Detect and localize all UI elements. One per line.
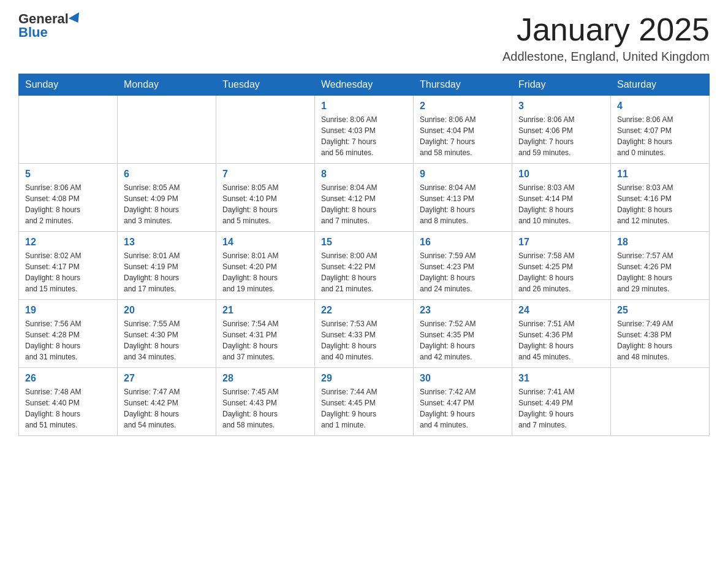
day-number: 25 bbox=[617, 305, 703, 316]
day-info: Sunrise: 8:03 AM Sunset: 4:14 PM Dayligh… bbox=[518, 182, 604, 226]
day-of-week-header: Sunday bbox=[19, 74, 118, 96]
calendar-week-row: 26Sunrise: 7:48 AM Sunset: 4:40 PM Dayli… bbox=[19, 368, 710, 436]
day-info: Sunrise: 7:44 AM Sunset: 4:45 PM Dayligh… bbox=[321, 386, 407, 431]
calendar-cell: 10Sunrise: 8:03 AM Sunset: 4:14 PM Dayli… bbox=[512, 164, 611, 232]
day-number: 19 bbox=[25, 305, 111, 316]
day-number: 7 bbox=[222, 169, 308, 180]
calendar-cell: 25Sunrise: 7:49 AM Sunset: 4:38 PM Dayli… bbox=[611, 300, 710, 368]
day-number: 6 bbox=[124, 169, 210, 180]
day-number: 18 bbox=[617, 237, 703, 248]
location-text: Addlestone, England, United Kingdom bbox=[502, 50, 710, 64]
day-info: Sunrise: 7:41 AM Sunset: 4:49 PM Dayligh… bbox=[518, 386, 604, 431]
calendar-cell: 4Sunrise: 8:06 AM Sunset: 4:07 PM Daylig… bbox=[611, 96, 710, 164]
calendar-cell: 29Sunrise: 7:44 AM Sunset: 4:45 PM Dayli… bbox=[315, 368, 414, 436]
calendar-cell bbox=[216, 96, 315, 164]
day-number: 23 bbox=[420, 305, 506, 316]
calendar-cell: 24Sunrise: 7:51 AM Sunset: 4:36 PM Dayli… bbox=[512, 300, 611, 368]
calendar-cell: 7Sunrise: 8:05 AM Sunset: 4:10 PM Daylig… bbox=[216, 164, 315, 232]
day-number: 30 bbox=[420, 373, 506, 384]
calendar-cell: 20Sunrise: 7:55 AM Sunset: 4:30 PM Dayli… bbox=[118, 300, 216, 368]
calendar-cell: 30Sunrise: 7:42 AM Sunset: 4:47 PM Dayli… bbox=[414, 368, 512, 436]
day-info: Sunrise: 8:04 AM Sunset: 4:13 PM Dayligh… bbox=[420, 182, 506, 226]
day-info: Sunrise: 7:51 AM Sunset: 4:36 PM Dayligh… bbox=[518, 318, 604, 362]
day-info: Sunrise: 8:05 AM Sunset: 4:09 PM Dayligh… bbox=[124, 182, 210, 226]
day-number: 16 bbox=[420, 237, 506, 248]
calendar-week-row: 12Sunrise: 8:02 AM Sunset: 4:17 PM Dayli… bbox=[19, 232, 710, 300]
day-info: Sunrise: 7:47 AM Sunset: 4:42 PM Dayligh… bbox=[124, 386, 210, 431]
title-block: January 2025 Addlestone, England, United… bbox=[502, 12, 710, 64]
day-info: Sunrise: 7:49 AM Sunset: 4:38 PM Dayligh… bbox=[617, 318, 703, 362]
logo-triangle-icon bbox=[69, 12, 83, 26]
day-number: 31 bbox=[518, 373, 604, 384]
calendar-cell: 26Sunrise: 7:48 AM Sunset: 4:40 PM Dayli… bbox=[19, 368, 118, 436]
calendar-cell: 31Sunrise: 7:41 AM Sunset: 4:49 PM Dayli… bbox=[512, 368, 611, 436]
day-number: 10 bbox=[518, 169, 604, 180]
day-number: 1 bbox=[321, 101, 407, 112]
day-of-week-header: Thursday bbox=[414, 74, 512, 96]
day-number: 8 bbox=[321, 169, 407, 180]
calendar-cell: 5Sunrise: 8:06 AM Sunset: 4:08 PM Daylig… bbox=[19, 164, 118, 232]
day-info: Sunrise: 7:52 AM Sunset: 4:35 PM Dayligh… bbox=[420, 318, 506, 362]
calendar-cell: 21Sunrise: 7:54 AM Sunset: 4:31 PM Dayli… bbox=[216, 300, 315, 368]
day-info: Sunrise: 8:01 AM Sunset: 4:20 PM Dayligh… bbox=[222, 250, 308, 294]
day-number: 15 bbox=[321, 237, 407, 248]
calendar-cell: 1Sunrise: 8:06 AM Sunset: 4:03 PM Daylig… bbox=[315, 96, 414, 164]
day-info: Sunrise: 8:00 AM Sunset: 4:22 PM Dayligh… bbox=[321, 250, 407, 294]
calendar-cell: 28Sunrise: 7:45 AM Sunset: 4:43 PM Dayli… bbox=[216, 368, 315, 436]
day-number: 3 bbox=[518, 101, 604, 112]
calendar-cell: 27Sunrise: 7:47 AM Sunset: 4:42 PM Dayli… bbox=[118, 368, 216, 436]
day-of-week-header: Saturday bbox=[611, 74, 710, 96]
day-info: Sunrise: 7:55 AM Sunset: 4:30 PM Dayligh… bbox=[124, 318, 210, 362]
day-of-week-header: Monday bbox=[118, 74, 216, 96]
day-number: 29 bbox=[321, 373, 407, 384]
calendar-cell: 18Sunrise: 7:57 AM Sunset: 4:26 PM Dayli… bbox=[611, 232, 710, 300]
day-number: 17 bbox=[518, 237, 604, 248]
day-of-week-header: Tuesday bbox=[216, 74, 315, 96]
day-info: Sunrise: 7:57 AM Sunset: 4:26 PM Dayligh… bbox=[617, 250, 703, 294]
day-info: Sunrise: 8:06 AM Sunset: 4:06 PM Dayligh… bbox=[518, 114, 604, 158]
day-number: 22 bbox=[321, 305, 407, 316]
day-number: 5 bbox=[25, 169, 111, 180]
calendar-body: 1Sunrise: 8:06 AM Sunset: 4:03 PM Daylig… bbox=[19, 96, 710, 436]
day-info: Sunrise: 8:06 AM Sunset: 4:07 PM Dayligh… bbox=[617, 114, 703, 158]
calendar-cell: 12Sunrise: 8:02 AM Sunset: 4:17 PM Dayli… bbox=[19, 232, 118, 300]
day-number: 2 bbox=[420, 101, 506, 112]
day-number: 21 bbox=[222, 305, 308, 316]
calendar-cell: 3Sunrise: 8:06 AM Sunset: 4:06 PM Daylig… bbox=[512, 96, 611, 164]
day-number: 20 bbox=[124, 305, 210, 316]
day-info: Sunrise: 8:05 AM Sunset: 4:10 PM Dayligh… bbox=[222, 182, 308, 226]
calendar-cell: 13Sunrise: 8:01 AM Sunset: 4:19 PM Dayli… bbox=[118, 232, 216, 300]
calendar-cell: 22Sunrise: 7:53 AM Sunset: 4:33 PM Dayli… bbox=[315, 300, 414, 368]
page-header: General Blue January 2025 Addlestone, En… bbox=[18, 12, 710, 64]
day-number: 9 bbox=[420, 169, 506, 180]
day-number: 12 bbox=[25, 237, 111, 248]
day-info: Sunrise: 7:58 AM Sunset: 4:25 PM Dayligh… bbox=[518, 250, 604, 294]
day-number: 26 bbox=[25, 373, 111, 384]
calendar-week-row: 1Sunrise: 8:06 AM Sunset: 4:03 PM Daylig… bbox=[19, 96, 710, 164]
day-info: Sunrise: 8:06 AM Sunset: 4:03 PM Dayligh… bbox=[321, 114, 407, 158]
calendar-cell: 8Sunrise: 8:04 AM Sunset: 4:12 PM Daylig… bbox=[315, 164, 414, 232]
day-info: Sunrise: 7:48 AM Sunset: 4:40 PM Dayligh… bbox=[25, 386, 111, 431]
calendar-cell: 2Sunrise: 8:06 AM Sunset: 4:04 PM Daylig… bbox=[414, 96, 512, 164]
calendar-cell bbox=[19, 96, 118, 164]
day-info: Sunrise: 7:42 AM Sunset: 4:47 PM Dayligh… bbox=[420, 386, 506, 431]
day-info: Sunrise: 7:59 AM Sunset: 4:23 PM Dayligh… bbox=[420, 250, 506, 294]
day-number: 4 bbox=[617, 101, 703, 112]
day-number: 24 bbox=[518, 305, 604, 316]
calendar-cell: 15Sunrise: 8:00 AM Sunset: 4:22 PM Dayli… bbox=[315, 232, 414, 300]
day-of-week-header: Wednesday bbox=[315, 74, 414, 96]
day-info: Sunrise: 7:53 AM Sunset: 4:33 PM Dayligh… bbox=[321, 318, 407, 362]
day-number: 14 bbox=[222, 237, 308, 248]
day-number: 28 bbox=[222, 373, 308, 384]
calendar-cell: 14Sunrise: 8:01 AM Sunset: 4:20 PM Dayli… bbox=[216, 232, 315, 300]
calendar-cell: 9Sunrise: 8:04 AM Sunset: 4:13 PM Daylig… bbox=[414, 164, 512, 232]
month-title: January 2025 bbox=[502, 12, 710, 47]
calendar-cell: 11Sunrise: 8:03 AM Sunset: 4:16 PM Dayli… bbox=[611, 164, 710, 232]
day-info: Sunrise: 8:06 AM Sunset: 4:08 PM Dayligh… bbox=[25, 182, 111, 226]
day-of-week-header: Friday bbox=[512, 74, 611, 96]
day-number: 27 bbox=[124, 373, 210, 384]
calendar-cell: 16Sunrise: 7:59 AM Sunset: 4:23 PM Dayli… bbox=[414, 232, 512, 300]
day-info: Sunrise: 7:54 AM Sunset: 4:31 PM Dayligh… bbox=[222, 318, 308, 362]
calendar-cell: 6Sunrise: 8:05 AM Sunset: 4:09 PM Daylig… bbox=[118, 164, 216, 232]
calendar-cell: 19Sunrise: 7:56 AM Sunset: 4:28 PM Dayli… bbox=[19, 300, 118, 368]
